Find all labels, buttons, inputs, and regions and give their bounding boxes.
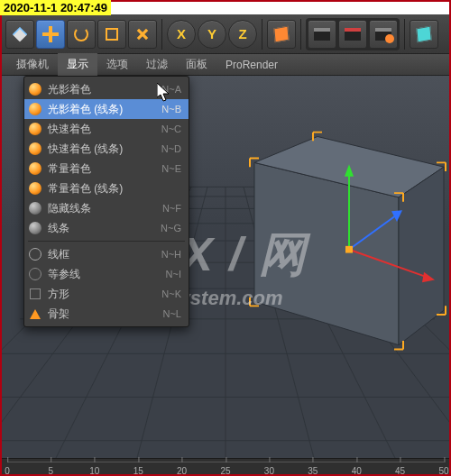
rotate-tool-button[interactable] — [67, 20, 96, 49]
circle-icon — [28, 267, 42, 281]
menu-filter[interactable]: 过滤 — [137, 53, 177, 76]
menu-panel[interactable]: 面板 — [177, 53, 216, 76]
main-toolbar: X Y Z — [2, 14, 449, 54]
menu-item-box[interactable]: 方形 N~K — [24, 284, 189, 304]
menu-camera[interactable]: 摄像机 — [7, 53, 58, 76]
timestamp-overlay: 2020-11-1 20:47:49 — [0, 0, 111, 15]
menu-display[interactable]: 显示 — [58, 53, 97, 76]
render-region-button[interactable] — [338, 20, 367, 49]
sphere-faded-icon — [28, 201, 42, 215]
scale-tool-button[interactable] — [97, 20, 126, 49]
move-tool-button[interactable] — [36, 20, 65, 49]
render-take-button[interactable] — [308, 20, 336, 49]
timeline[interactable]: 0 5 10 15 20 25 30 35 40 45 50 — [2, 458, 449, 474]
display-menu-dropdown: 光影着色 N~A 光影着色 (线条) N~B 快速着色 N~C 快速着色 (线条… — [23, 76, 189, 327]
object-mode-button[interactable] — [267, 20, 296, 49]
menu-separator — [28, 241, 185, 242]
box-icon — [28, 287, 42, 301]
sphere-icon — [28, 142, 42, 156]
app-window: X Y Z 摄像机 显示 选项 过滤 面板 ProRender — [2, 14, 449, 474]
sphere-icon — [28, 102, 42, 116]
timeline-track[interactable]: 0 5 10 15 20 25 30 35 40 45 50 — [7, 462, 444, 472]
menu-item-hidden-line[interactable]: 隐藏线条 N~F — [24, 198, 189, 218]
last-tool-button[interactable] — [128, 20, 157, 49]
menu-options[interactable]: 选项 — [97, 53, 137, 76]
primitive-cube-button[interactable] — [410, 20, 438, 49]
menu-item-wireframe[interactable]: 线框 N~H — [24, 244, 189, 264]
sphere-faded-icon — [28, 221, 42, 235]
axis-z-button[interactable]: Z — [228, 20, 257, 49]
render-settings-button[interactable] — [369, 20, 398, 49]
axis-x-button[interactable]: X — [167, 20, 196, 49]
menu-item-skeleton[interactable]: 骨架 N~L — [24, 304, 189, 324]
svg-rect-29 — [345, 246, 353, 253]
sphere-icon — [28, 82, 42, 96]
viewport-menubar: 摄像机 显示 选项 过滤 面板 ProRender — [2, 54, 449, 76]
axis-y-button[interactable]: Y — [198, 20, 226, 49]
skeleton-icon — [28, 307, 42, 321]
menu-item-quick-lines[interactable]: 快速着色 (线条) N~D — [24, 139, 189, 159]
sphere-icon — [28, 161, 42, 176]
menu-item-constant[interactable]: 常量着色 N~E — [24, 159, 189, 178]
menu-item-isoparm[interactable]: 等参线 N~I — [24, 264, 189, 284]
render-group — [306, 18, 400, 50]
wireframe-icon — [28, 247, 42, 261]
sphere-icon — [28, 122, 42, 136]
menu-prorender[interactable]: ProRender — [216, 55, 287, 75]
menu-item-gouraud-lines[interactable]: 光影着色 (线条) N~B — [24, 99, 189, 119]
menu-item-constant-lines[interactable]: 常量着色 (线条) — [24, 178, 189, 198]
menu-item-gouraud[interactable]: 光影着色 N~A — [24, 79, 189, 99]
cursor-tool-button[interactable] — [5, 20, 34, 49]
sphere-icon — [28, 181, 42, 196]
menu-item-quick[interactable]: 快速着色 N~C — [24, 119, 189, 139]
menu-item-lines[interactable]: 线条 N~G — [24, 218, 189, 238]
svg-marker-22 — [399, 167, 444, 345]
cube-object[interactable] — [250, 133, 446, 350]
